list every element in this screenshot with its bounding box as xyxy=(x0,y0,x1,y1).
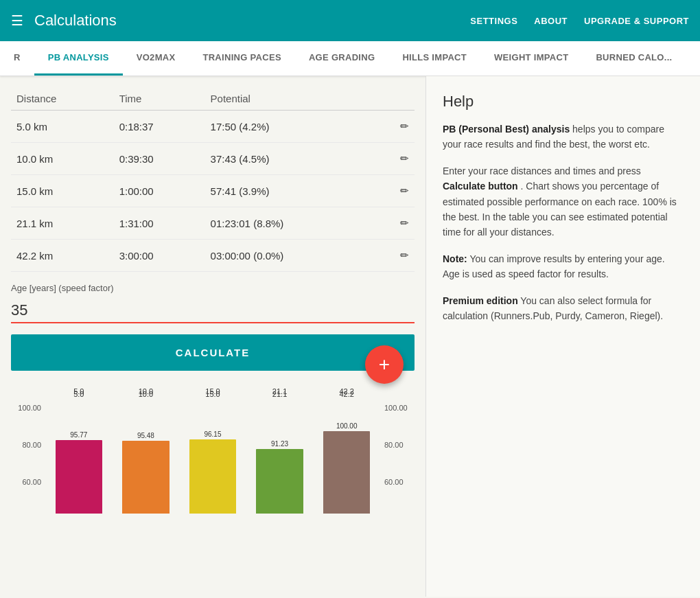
tab-vo2max[interactable]: VO2MAX xyxy=(123,41,189,76)
col-potential: Potential xyxy=(205,87,375,111)
chart-container: 5.010.015.021.142.2100.0080.0060.00 5.0 … xyxy=(11,387,415,514)
table-row: 5.0 km 0:18:37 17:50 (4.2%) ✏ xyxy=(11,111,415,143)
col-distance: Distance xyxy=(11,87,114,111)
pb-table: Distance Time Potential 5.0 km 0:18:37 1… xyxy=(11,87,415,272)
edit-row-3[interactable]: ✏ xyxy=(375,207,415,240)
help-title: Help xyxy=(443,93,684,111)
about-link[interactable]: ABOUT xyxy=(534,16,568,26)
chart-col: 21.1 91.23 xyxy=(246,411,314,514)
y-label-left: 80.00 xyxy=(11,441,44,449)
cell-potential: 17:50 (4.2%) xyxy=(205,111,375,143)
help-para-3: Note: You can improve results by enterin… xyxy=(443,251,684,282)
tab-r[interactable]: R xyxy=(0,41,34,76)
tab-weight-impact[interactable]: WEIGHT IMPACT xyxy=(480,41,582,76)
y-label-right: 80.00 xyxy=(382,441,415,449)
chart-col: 5.0 95.77 xyxy=(45,411,113,514)
app-title: Calculations xyxy=(34,12,117,30)
cell-time: 1:00:00 xyxy=(114,175,205,207)
edit-row-1[interactable]: ✏ xyxy=(375,143,415,175)
tab-training-paces[interactable]: TRAINING PACES xyxy=(189,41,294,76)
tab-hills-impact[interactable]: HILLS IMPACT xyxy=(388,41,480,76)
bar-distance-label: 10.0 xyxy=(139,390,153,398)
cell-distance: 42.2 km xyxy=(11,240,114,272)
bar-distance-label: 15.0 xyxy=(205,390,220,398)
help-para-2: Enter your race distances and times and … xyxy=(443,163,684,240)
cell-potential: 57:41 (3.9%) xyxy=(205,175,375,207)
help-text-3: You can improve results by entering your… xyxy=(443,253,665,279)
table-row: 21.1 km 1:31:00 01:23:01 (8.8%) ✏ xyxy=(11,207,415,240)
table-row: 15.0 km 1:00:00 57:41 (3.9%) ✏ xyxy=(11,175,415,207)
bar-value-label: 91.23 xyxy=(271,440,288,448)
help-para-4: Premium edition You can also select form… xyxy=(443,293,684,324)
cell-distance: 15.0 km xyxy=(11,175,114,207)
help-bold-1: PB (Personal Best) analysis xyxy=(443,124,570,135)
bar-value-label: 95.48 xyxy=(137,432,154,439)
tab-burned-calories[interactable]: BURNED CALO... xyxy=(582,41,686,76)
cell-time: 0:18:37 xyxy=(114,111,205,143)
age-input[interactable] xyxy=(11,299,415,323)
chart-col: 15.0 96.15 xyxy=(179,411,246,514)
y-label-right: 60.00 xyxy=(382,478,415,486)
help-bold-2: Calculate button xyxy=(443,181,518,192)
table-row: 42.2 km 3:00:00 03:00:00 (0.0%) ✏ xyxy=(11,240,415,272)
help-text-2a: Enter your race distances and times and … xyxy=(443,165,641,176)
cell-potential: 01:23:01 (8.8%) xyxy=(205,207,375,240)
table-row: 10.0 km 0:39:30 37:43 (4.5%) ✏ xyxy=(11,143,415,175)
help-bold-4: Premium edition xyxy=(443,295,518,306)
tab-pb-analysis[interactable]: PB ANALYSIS xyxy=(34,41,123,76)
edit-row-0[interactable]: ✏ xyxy=(375,111,415,143)
y-label-right: 100.00 xyxy=(382,404,415,412)
bar-distance-label: 5.0 xyxy=(73,390,84,398)
bar xyxy=(256,449,303,514)
header-left: ☰ Calculations xyxy=(11,12,117,30)
y-label-left: 60.00 xyxy=(11,478,44,486)
bar xyxy=(122,441,169,514)
hamburger-icon[interactable]: ☰ xyxy=(11,12,23,29)
bar-chart: 5.010.015.021.142.2100.0080.0060.00 5.0 … xyxy=(11,387,415,514)
cell-time: 3:00:00 xyxy=(114,240,205,272)
bar-value-label: 95.77 xyxy=(70,431,87,439)
header: ☰ Calculations SETTINGS ABOUT UPGRADE & … xyxy=(0,0,700,41)
age-label: Age [years] (speed factor) xyxy=(11,283,415,293)
cell-time: 0:39:30 xyxy=(114,143,205,175)
col-time: Time xyxy=(114,87,205,111)
cell-distance: 5.0 km xyxy=(11,111,114,143)
right-panel: Help PB (Personal Best) analysis helps y… xyxy=(425,76,700,597)
tab-age-grading[interactable]: AGE GRADING xyxy=(295,41,388,76)
bar xyxy=(56,440,102,514)
help-para-1: PB (Personal Best) analysis helps you to… xyxy=(443,122,684,152)
chart-col: 10.0 95.48 xyxy=(113,411,180,514)
cell-potential: 37:43 (4.5%) xyxy=(205,143,375,175)
tabs-bar: R PB ANALYSIS VO2MAX TRAINING PACES AGE … xyxy=(0,41,700,76)
header-nav: SETTINGS ABOUT UPGRADE & SUPPORT xyxy=(470,16,689,26)
add-row-button[interactable]: + xyxy=(365,345,404,384)
main-content: Distance Time Potential 5.0 km 0:18:37 1… xyxy=(0,76,700,597)
cell-distance: 21.1 km xyxy=(11,207,114,240)
bar-value-label: 100.00 xyxy=(336,422,358,430)
bar xyxy=(323,431,370,514)
cell-distance: 10.0 km xyxy=(11,143,114,175)
bar-distance-label: 42.2 xyxy=(339,390,353,398)
cell-time: 1:31:00 xyxy=(114,207,205,240)
bar-value-label: 96.15 xyxy=(204,430,221,438)
y-label-left: 100.00 xyxy=(11,404,44,412)
left-panel: Distance Time Potential 5.0 km 0:18:37 1… xyxy=(0,76,425,597)
help-bold-3: Note: xyxy=(443,253,467,264)
bar xyxy=(189,439,236,514)
chart-col: 42.2 100.00 xyxy=(313,411,380,514)
edit-row-2[interactable]: ✏ xyxy=(375,175,415,207)
upgrade-link[interactable]: UPGRADE & SUPPORT xyxy=(584,16,689,26)
calculate-button[interactable]: CALCULATE xyxy=(11,334,415,371)
bar-distance-label: 21.1 xyxy=(272,390,287,398)
settings-link[interactable]: SETTINGS xyxy=(470,16,517,26)
cell-potential: 03:00:00 (0.0%) xyxy=(205,240,375,272)
edit-row-4[interactable]: ✏ xyxy=(375,240,415,272)
